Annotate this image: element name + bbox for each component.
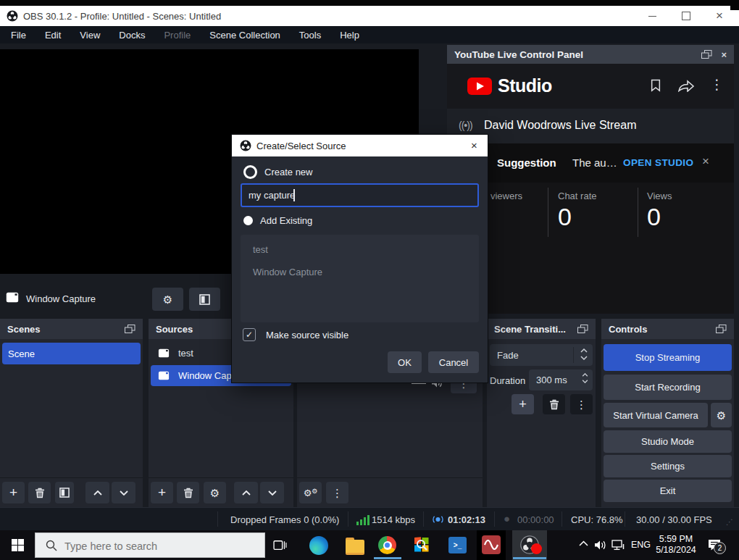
stop-streaming-button[interactable]: Stop Streaming: [604, 344, 732, 371]
duration-spinbox[interactable]: 300 ms: [529, 369, 593, 390]
scene-list-item[interactable]: Scene: [2, 343, 141, 364]
gear-icon: ⚙: [210, 488, 220, 498]
share-icon[interactable]: [677, 79, 695, 92]
source-name-input[interactable]: [241, 183, 479, 207]
dropped-frames: Dropped Frames 0 (0.0%): [230, 514, 339, 525]
audio-app-tile[interactable]: [477, 530, 506, 560]
minimize-button[interactable]: [640, 7, 664, 25]
cancel-button[interactable]: Cancel: [428, 351, 479, 373]
existing-source-item[interactable]: Window Capture: [253, 267, 322, 277]
gear-icon: ⚙: [163, 294, 172, 305]
network-tray-icon[interactable]: [611, 540, 625, 551]
suggestion-label: Suggestion: [497, 156, 556, 169]
menu-help[interactable]: Help: [330, 26, 369, 43]
resize-grip[interactable]: ⋰: [726, 518, 734, 526]
spin-chevrons[interactable]: [582, 373, 588, 383]
scenes-dock-header: Scenes: [0, 319, 143, 339]
scene-filters-button[interactable]: [55, 482, 74, 503]
move-source-up-button[interactable]: [234, 482, 258, 503]
remove-scene-button[interactable]: [28, 482, 51, 503]
dialog-close-icon[interactable]: ×: [471, 139, 477, 151]
stop-streaming-label: Stop Streaming: [635, 352, 701, 363]
ok-button[interactable]: OK: [388, 351, 422, 373]
menu-profile[interactable]: Profile: [154, 26, 200, 43]
make-source-visible-checkbox[interactable]: ✓ Make source visible: [243, 328, 348, 341]
close-button[interactable]: ×: [707, 7, 732, 25]
controls-dock: Controls Stop Streaming Start Recording …: [601, 319, 734, 507]
source-filters-button[interactable]: [189, 288, 220, 311]
youtube-logo-icon[interactable]: [467, 78, 492, 95]
select-chevrons: [580, 348, 588, 360]
windows-tool-icon[interactable]: [414, 537, 430, 553]
volume-tray-icon[interactable]: [594, 540, 606, 551]
source-properties-button[interactable]: ⚙: [152, 288, 183, 311]
advanced-audio-button[interactable]: ⚙⚙: [299, 482, 322, 503]
virtual-camera-config-button[interactable]: ⚙: [711, 403, 732, 427]
add-existing-radio[interactable]: Add Existing: [243, 215, 312, 226]
stat-views-value: 0: [647, 203, 661, 231]
menu-edit[interactable]: Edit: [36, 26, 70, 43]
obs-taskbar-tile[interactable]: [512, 530, 547, 560]
start-recording-button[interactable]: Start Recording: [604, 375, 732, 400]
popout-icon[interactable]: [125, 325, 135, 334]
edge-icon[interactable]: [309, 536, 328, 555]
language-indicator[interactable]: ENG: [631, 540, 651, 550]
menu-scene-collection[interactable]: Scene Collection: [200, 26, 290, 43]
popout-icon[interactable]: [716, 325, 727, 334]
remove-transition-button[interactable]: [543, 394, 565, 414]
stream-title-row: ((•)) David Woodrows Live Stream: [447, 109, 734, 143]
maximize-icon: [682, 12, 690, 20]
move-scene-up-button[interactable]: [85, 482, 109, 503]
menu-tools[interactable]: Tools: [290, 26, 330, 43]
open-studio-link[interactable]: OPEN STUDIO: [623, 157, 693, 168]
file-explorer-icon[interactable]: [346, 538, 364, 553]
maximize-button[interactable]: [674, 7, 698, 25]
move-source-down-button[interactable]: [260, 482, 284, 503]
powershell-icon[interactable]: >_: [448, 537, 467, 553]
add-transition-button[interactable]: +: [512, 394, 534, 414]
mixer-menu-button[interactable]: ⋮: [326, 482, 348, 503]
notification-center-button[interactable]: 2: [707, 538, 722, 551]
taskbar-search-box[interactable]: [35, 532, 265, 558]
exit-button[interactable]: Exit: [604, 480, 732, 502]
settings-button[interactable]: Settings: [604, 455, 732, 477]
menu-file[interactable]: File: [1, 26, 36, 43]
stats-divider: [638, 188, 638, 237]
youtube-panel-header: YouTube Live Control Panel ×: [447, 45, 734, 64]
clock[interactable]: 5:59 PM 5/18/2024: [654, 534, 698, 556]
volume-slider-handle[interactable]: [412, 383, 426, 384]
studio-mode-button[interactable]: Studio Mode: [604, 430, 732, 453]
dialog-title: Create/Select Source: [256, 141, 346, 151]
start-button[interactable]: [0, 530, 35, 560]
close-icon[interactable]: ×: [721, 49, 727, 60]
chrome-icon[interactable]: [378, 536, 396, 554]
search-input[interactable]: [63, 533, 262, 559]
popout-icon[interactable]: [577, 325, 588, 334]
virtual-camera-button[interactable]: Start Virtual Camera: [604, 403, 708, 427]
transition-menu-button[interactable]: ⋮: [570, 394, 593, 414]
status-divider: [561, 511, 562, 527]
start-recording-label: Start Recording: [635, 382, 700, 393]
close-icon: ×: [716, 9, 723, 23]
suggestion-bar: Suggestion The au… OPEN STUDIO ×: [447, 143, 734, 183]
menu-view[interactable]: View: [70, 26, 109, 43]
existing-source-item[interactable]: test: [253, 244, 268, 255]
popout-icon[interactable]: [701, 50, 712, 59]
menu-docks[interactable]: Docks: [109, 26, 154, 43]
source-properties-button[interactable]: ⚙: [204, 482, 226, 503]
move-scene-down-button[interactable]: [112, 482, 135, 503]
task-view-button[interactable]: [270, 530, 290, 560]
transition-select[interactable]: Fade: [490, 344, 593, 366]
dismiss-suggestion-icon[interactable]: ×: [702, 154, 709, 169]
tray-expand-button[interactable]: [579, 540, 588, 546]
remove-source-button[interactable]: [177, 482, 199, 503]
minimize-icon: [648, 16, 656, 17]
live-signal-icon: ((•)): [459, 120, 472, 131]
add-source-button[interactable]: +: [151, 482, 173, 503]
bookmark-icon[interactable]: [650, 78, 661, 93]
kebab-icon[interactable]: ⋮: [710, 78, 724, 91]
add-scene-button[interactable]: +: [2, 482, 25, 503]
create-new-radio[interactable]: Create new: [243, 165, 312, 179]
sources-toolbar: + ⚙: [149, 477, 293, 507]
obs-running-indicator: [513, 557, 546, 559]
